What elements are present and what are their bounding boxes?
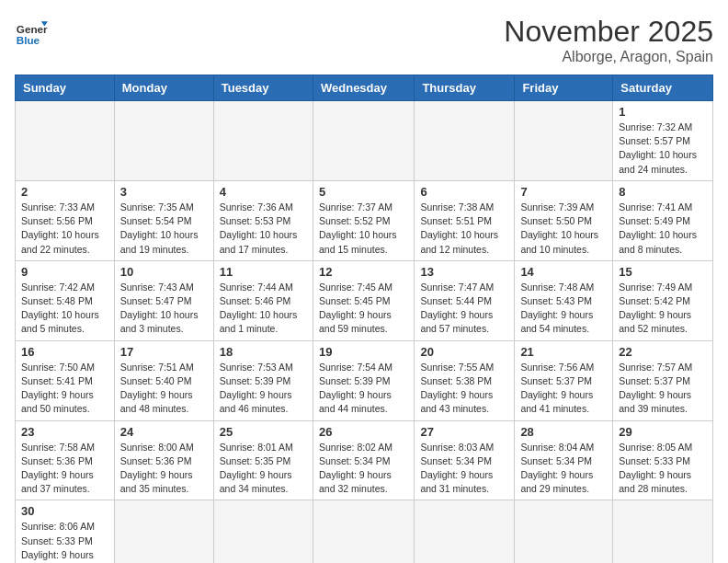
day-number: 3 (120, 185, 208, 199)
day-number: 22 (619, 345, 707, 359)
day-number: 16 (21, 345, 108, 359)
day-cell: 12Sunrise: 7:45 AM Sunset: 5:45 PM Dayli… (313, 260, 414, 340)
day-number: 30 (21, 504, 108, 518)
day-number: 24 (120, 425, 208, 439)
day-info: Sunrise: 7:58 AM Sunset: 5:36 PM Dayligh… (21, 441, 108, 497)
day-info: Sunrise: 8:04 AM Sunset: 5:34 PM Dayligh… (520, 441, 607, 497)
location-title: Alborge, Aragon, Spain (504, 49, 713, 65)
day-number: 12 (319, 265, 408, 279)
day-cell: 20Sunrise: 7:55 AM Sunset: 5:38 PM Dayli… (415, 340, 515, 420)
day-cell: 8Sunrise: 7:41 AM Sunset: 5:49 PM Daylig… (613, 180, 713, 260)
day-cell: 3Sunrise: 7:35 AM Sunset: 5:54 PM Daylig… (114, 180, 213, 260)
week-row-5: 30Sunrise: 8:06 AM Sunset: 5:33 PM Dayli… (16, 500, 713, 563)
day-cell: 22Sunrise: 7:57 AM Sunset: 5:37 PM Dayli… (613, 340, 713, 420)
day-cell: 1Sunrise: 7:32 AM Sunset: 5:57 PM Daylig… (613, 101, 713, 181)
day-info: Sunrise: 7:53 AM Sunset: 5:39 PM Dayligh… (220, 361, 307, 417)
day-number: 15 (619, 265, 707, 279)
day-cell (16, 101, 115, 181)
day-number: 28 (520, 425, 607, 439)
day-number: 21 (520, 345, 607, 359)
day-cell: 28Sunrise: 8:04 AM Sunset: 5:34 PM Dayli… (515, 420, 613, 500)
day-cell: 6Sunrise: 7:38 AM Sunset: 5:51 PM Daylig… (415, 180, 515, 260)
day-info: Sunrise: 8:01 AM Sunset: 5:35 PM Dayligh… (220, 441, 307, 497)
calendar-header-row: SundayMondayTuesdayWednesdayThursdayFrid… (16, 75, 713, 101)
day-info: Sunrise: 7:43 AM Sunset: 5:47 PM Dayligh… (120, 281, 208, 337)
day-number: 23 (21, 425, 108, 439)
calendar-table: SundayMondayTuesdayWednesdayThursdayFrid… (15, 75, 713, 563)
day-info: Sunrise: 7:47 AM Sunset: 5:44 PM Dayligh… (420, 281, 508, 337)
col-header-friday: Friday (515, 75, 613, 101)
day-cell: 5Sunrise: 7:37 AM Sunset: 5:52 PM Daylig… (313, 180, 414, 260)
day-info: Sunrise: 8:05 AM Sunset: 5:33 PM Dayligh… (619, 441, 707, 497)
day-number: 18 (220, 345, 307, 359)
day-number: 4 (220, 185, 307, 199)
day-info: Sunrise: 7:51 AM Sunset: 5:40 PM Dayligh… (120, 361, 208, 417)
day-cell: 10Sunrise: 7:43 AM Sunset: 5:47 PM Dayli… (114, 260, 213, 340)
day-info: Sunrise: 7:57 AM Sunset: 5:37 PM Dayligh… (619, 361, 707, 417)
day-number: 7 (520, 185, 607, 199)
day-number: 19 (319, 345, 408, 359)
day-info: Sunrise: 7:54 AM Sunset: 5:39 PM Dayligh… (319, 361, 408, 417)
day-cell: 14Sunrise: 7:48 AM Sunset: 5:43 PM Dayli… (515, 260, 613, 340)
day-cell: 18Sunrise: 7:53 AM Sunset: 5:39 PM Dayli… (213, 340, 313, 420)
day-info: Sunrise: 7:42 AM Sunset: 5:48 PM Dayligh… (21, 281, 108, 337)
day-cell (114, 500, 213, 563)
col-header-monday: Monday (114, 75, 213, 101)
day-cell (114, 101, 213, 181)
day-info: Sunrise: 7:35 AM Sunset: 5:54 PM Dayligh… (120, 201, 208, 257)
logo: General Blue (15, 15, 48, 48)
header: General Blue November 2025 Alborge, Arag… (15, 15, 713, 65)
day-number: 5 (319, 185, 408, 199)
week-row-4: 23Sunrise: 7:58 AM Sunset: 5:36 PM Dayli… (16, 420, 713, 500)
day-cell: 25Sunrise: 8:01 AM Sunset: 5:35 PM Dayli… (213, 420, 313, 500)
day-number: 14 (520, 265, 607, 279)
day-cell: 2Sunrise: 7:33 AM Sunset: 5:56 PM Daylig… (16, 180, 115, 260)
day-cell: 4Sunrise: 7:36 AM Sunset: 5:53 PM Daylig… (213, 180, 313, 260)
day-info: Sunrise: 7:36 AM Sunset: 5:53 PM Dayligh… (220, 201, 307, 257)
day-info: Sunrise: 8:06 AM Sunset: 5:33 PM Dayligh… (21, 520, 108, 563)
day-cell: 23Sunrise: 7:58 AM Sunset: 5:36 PM Dayli… (16, 420, 115, 500)
day-info: Sunrise: 7:50 AM Sunset: 5:41 PM Dayligh… (21, 361, 108, 417)
day-number: 6 (420, 185, 508, 199)
day-cell: 21Sunrise: 7:56 AM Sunset: 5:37 PM Dayli… (515, 340, 613, 420)
week-row-3: 16Sunrise: 7:50 AM Sunset: 5:41 PM Dayli… (16, 340, 713, 420)
day-number: 9 (21, 265, 108, 279)
day-number: 10 (120, 265, 208, 279)
logo-icon: General Blue (15, 15, 48, 48)
day-cell (515, 500, 613, 563)
title-area: November 2025 Alborge, Aragon, Spain (504, 15, 713, 65)
day-number: 25 (220, 425, 307, 439)
day-info: Sunrise: 7:56 AM Sunset: 5:37 PM Dayligh… (520, 361, 607, 417)
day-number: 2 (21, 185, 108, 199)
day-cell (415, 500, 515, 563)
col-header-thursday: Thursday (415, 75, 515, 101)
col-header-wednesday: Wednesday (313, 75, 414, 101)
day-cell (313, 101, 414, 181)
day-info: Sunrise: 7:45 AM Sunset: 5:45 PM Dayligh… (319, 281, 408, 337)
day-cell: 15Sunrise: 7:49 AM Sunset: 5:42 PM Dayli… (613, 260, 713, 340)
col-header-saturday: Saturday (613, 75, 713, 101)
day-info: Sunrise: 7:48 AM Sunset: 5:43 PM Dayligh… (520, 281, 607, 337)
day-cell: 7Sunrise: 7:39 AM Sunset: 5:50 PM Daylig… (515, 180, 613, 260)
day-cell: 24Sunrise: 8:00 AM Sunset: 5:36 PM Dayli… (114, 420, 213, 500)
day-cell: 26Sunrise: 8:02 AM Sunset: 5:34 PM Dayli… (313, 420, 414, 500)
week-row-0: 1Sunrise: 7:32 AM Sunset: 5:57 PM Daylig… (16, 101, 713, 181)
day-cell: 11Sunrise: 7:44 AM Sunset: 5:46 PM Dayli… (213, 260, 313, 340)
day-cell: 13Sunrise: 7:47 AM Sunset: 5:44 PM Dayli… (415, 260, 515, 340)
day-number: 11 (220, 265, 307, 279)
day-number: 27 (420, 425, 508, 439)
day-info: Sunrise: 7:33 AM Sunset: 5:56 PM Dayligh… (21, 201, 108, 257)
day-cell: 30Sunrise: 8:06 AM Sunset: 5:33 PM Dayli… (16, 500, 115, 563)
week-row-1: 2Sunrise: 7:33 AM Sunset: 5:56 PM Daylig… (16, 180, 713, 260)
day-info: Sunrise: 7:49 AM Sunset: 5:42 PM Dayligh… (619, 281, 707, 337)
day-cell: 19Sunrise: 7:54 AM Sunset: 5:39 PM Dayli… (313, 340, 414, 420)
day-number: 26 (319, 425, 408, 439)
day-cell (213, 101, 313, 181)
day-cell: 16Sunrise: 7:50 AM Sunset: 5:41 PM Dayli… (16, 340, 115, 420)
col-header-tuesday: Tuesday (213, 75, 313, 101)
month-title: November 2025 (504, 15, 713, 49)
day-info: Sunrise: 8:03 AM Sunset: 5:34 PM Dayligh… (420, 441, 508, 497)
day-cell: 27Sunrise: 8:03 AM Sunset: 5:34 PM Dayli… (415, 420, 515, 500)
day-number: 8 (619, 185, 707, 199)
day-number: 20 (420, 345, 508, 359)
